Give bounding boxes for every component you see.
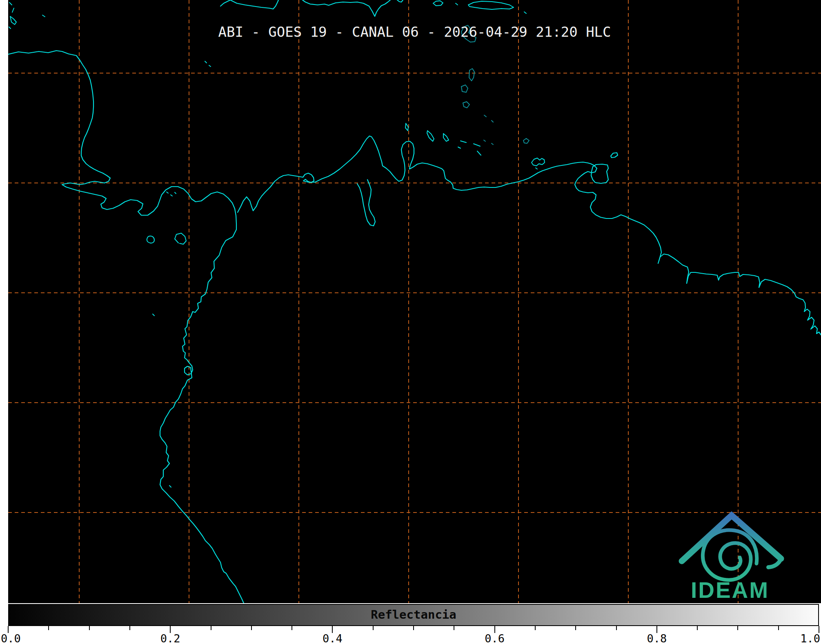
colorbar-minor-tick [737, 626, 738, 630]
colorbar-tick-label: 0.6 [485, 632, 505, 644]
reflectance-colorbar: Reflectancia [8, 604, 819, 626]
colorbar-minor-tick [89, 626, 90, 630]
logo-mountain-icon [682, 515, 781, 561]
colorbar-tick-label: 1.0 [800, 632, 820, 644]
colorbar-minor-tick [251, 626, 252, 630]
logo-mountain-hook-icon [768, 559, 781, 567]
ideam-logo: IDEAM [8, 0, 821, 603]
image-title: ABI - GOES 19 - CANAL 06 - 2026-04-29 21… [218, 24, 611, 40]
colorbar-minor-tick [211, 626, 211, 630]
colorbar-minor-tick [535, 626, 536, 630]
colorbar-tick-label: 0.4 [323, 632, 343, 644]
colorbar-minor-tick [48, 626, 49, 630]
colorbar-minor-tick [413, 626, 414, 630]
colorbar-minor-tick [129, 626, 130, 630]
satellite-map-area: ABI - GOES 19 - CANAL 06 - 2026-04-29 21… [8, 0, 821, 603]
colorbar-minor-tick [291, 626, 292, 630]
colorbar-minor-tick [778, 626, 779, 630]
colorbar-minor-tick [697, 626, 698, 630]
logo-spiral-icon [703, 530, 756, 580]
ideam-logo-mark [682, 515, 781, 580]
colorbar-title: Reflectancia [371, 608, 456, 622]
logo-wordmark: IDEAM [691, 577, 769, 603]
colorbar-tick-label: 0.0 [1, 632, 21, 644]
colorbar-minor-tick [616, 626, 617, 630]
colorbar-minor-tick [454, 626, 454, 630]
colorbar-minor-tick [373, 626, 374, 630]
colorbar-tick-label: 0.8 [647, 632, 667, 644]
satellite-image-viewport: ABI - GOES 19 - CANAL 06 - 2026-04-29 21… [0, 0, 821, 644]
colorbar-tick-label: 0.2 [160, 632, 180, 644]
colorbar-minor-tick [575, 626, 576, 630]
